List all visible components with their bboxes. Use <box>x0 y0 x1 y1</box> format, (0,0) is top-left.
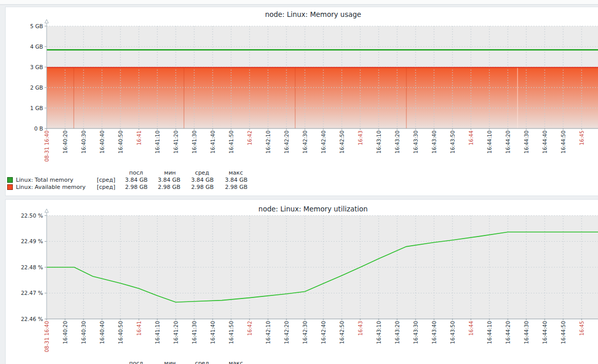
svg-text:16:43:50: 16:43:50 <box>450 131 456 154</box>
legend-row-total-memory: Linux: Total memory [сред] 3.84 GB 3.84 … <box>6 177 293 183</box>
stat-max: 2.98 GB <box>211 184 248 190</box>
svg-text:16:44:40: 16:44:40 <box>542 321 548 344</box>
svg-text:16:42:50: 16:42:50 <box>339 321 345 344</box>
memory-utilization-graph[interactable]: 22.50 %22.49 %22.48 %22.47 %22.46 %08-31… <box>6 200 598 357</box>
svg-text:22.50 %: 22.50 % <box>21 212 43 219</box>
svg-text:16:43:20: 16:43:20 <box>395 321 400 344</box>
svg-text:16:43:30: 16:43:30 <box>413 321 419 344</box>
svg-text:16:42: 16:42 <box>247 321 253 336</box>
svg-text:16:40:30: 16:40:30 <box>81 321 87 344</box>
svg-text:16:41:20: 16:41:20 <box>173 321 179 344</box>
svg-text:16:45: 16:45 <box>579 131 585 145</box>
svg-text:2 GB: 2 GB <box>30 84 43 91</box>
svg-text:16:43:10: 16:43:10 <box>376 321 382 344</box>
svg-text:16:44:30: 16:44:30 <box>524 321 529 344</box>
svg-text:16:43:20: 16:43:20 <box>395 131 400 154</box>
svg-text:16:41: 16:41 <box>136 321 142 336</box>
svg-text:16:41:40: 16:41:40 <box>210 321 216 344</box>
svg-text:16:42:50: 16:42:50 <box>339 131 345 154</box>
stat-min: 2.98 GB <box>143 184 180 190</box>
svg-text:16:42:30: 16:42:30 <box>302 321 308 344</box>
svg-text:16:44:20: 16:44:20 <box>505 321 511 344</box>
svg-text:5 GB: 5 GB <box>30 23 43 29</box>
svg-text:16:43:50: 16:43:50 <box>450 321 456 344</box>
svg-text:16:43: 16:43 <box>358 321 363 336</box>
stat-avg: 2.98 GB <box>177 184 214 190</box>
legend-header-row: посл мин сред макс <box>6 169 293 176</box>
legend-col-avg: сред <box>177 169 214 176</box>
svg-text:16:41:20: 16:41:20 <box>173 131 179 154</box>
svg-text:16:43:40: 16:43:40 <box>431 321 437 344</box>
svg-text:16:41:10: 16:41:10 <box>155 321 160 344</box>
legend-col-last: посл <box>111 169 148 176</box>
svg-text:16:44:10: 16:44:10 <box>487 131 492 154</box>
top-bar <box>0 0 598 5</box>
memory-utilization-panel: node: Linux: Memory utilization 22.50 %2… <box>5 199 598 364</box>
svg-text:22.49 %: 22.49 % <box>21 238 43 244</box>
svg-text:16:43:40: 16:43:40 <box>431 131 437 154</box>
svg-text:1 GB: 1 GB <box>30 105 43 111</box>
svg-text:16:40:50: 16:40:50 <box>118 131 123 154</box>
svg-text:16:44: 16:44 <box>468 131 474 145</box>
svg-text:08-31 16:40: 08-31 16:40 <box>44 131 50 162</box>
series-swatch-total-memory <box>7 177 13 183</box>
svg-text:16:40:50: 16:40:50 <box>118 321 123 344</box>
svg-text:16:44:10: 16:44:10 <box>487 321 492 344</box>
svg-text:0 B: 0 B <box>34 125 43 132</box>
legend-col-max: макс <box>211 169 248 176</box>
svg-text:3 GB: 3 GB <box>30 64 43 70</box>
legend-col-max: макс <box>211 360 248 364</box>
svg-text:16:42: 16:42 <box>247 131 253 145</box>
stat-last: 2.98 GB <box>111 184 148 190</box>
svg-text:16:44:20: 16:44:20 <box>505 131 511 154</box>
svg-text:16:41: 16:41 <box>136 131 142 145</box>
legend-col-min: мин <box>143 360 180 364</box>
svg-text:16:42:30: 16:42:30 <box>302 131 308 154</box>
svg-text:16:44:50: 16:44:50 <box>561 321 566 344</box>
svg-text:16:43:30: 16:43:30 <box>413 131 419 154</box>
series-label: Linux: Total memory <box>16 177 96 183</box>
svg-text:16:40:30: 16:40:30 <box>81 131 87 154</box>
legend-header-row: посл мин сред макс <box>6 360 293 364</box>
memory-usage-graph[interactable]: 5 GB4 GB3 GB2 GB1 GB0 B08-31 16:4016:40:… <box>6 7 598 167</box>
svg-text:16:41:10: 16:41:10 <box>155 131 160 154</box>
stat-avg: 3.84 GB <box>177 177 214 183</box>
svg-text:16:42:10: 16:42:10 <box>265 321 271 344</box>
svg-text:16:40:40: 16:40:40 <box>99 321 105 344</box>
svg-text:16:44:50: 16:44:50 <box>561 131 566 154</box>
svg-text:16:44: 16:44 <box>468 321 474 336</box>
svg-text:16:40:40: 16:40:40 <box>99 131 105 154</box>
svg-text:16:42:40: 16:42:40 <box>321 321 326 344</box>
legend-col-avg: сред <box>177 360 214 364</box>
svg-text:4 GB: 4 GB <box>30 44 43 50</box>
svg-text:16:45: 16:45 <box>579 321 585 336</box>
svg-text:22.46 %: 22.46 % <box>21 316 43 322</box>
svg-text:16:44:30: 16:44:30 <box>524 131 529 154</box>
svg-text:16:41:30: 16:41:30 <box>192 131 197 154</box>
stat-last: 3.84 GB <box>111 177 148 183</box>
svg-text:16:43: 16:43 <box>358 131 363 145</box>
svg-text:16:42:40: 16:42:40 <box>321 131 326 154</box>
stat-max: 3.84 GB <box>211 177 248 183</box>
memory-usage-panel: node: Linux: Memory usage 5 GB4 GB3 GB2 … <box>5 7 598 196</box>
svg-text:16:42:20: 16:42:20 <box>284 131 290 154</box>
legend-col-last: посл <box>111 360 148 364</box>
svg-text:16:42:10: 16:42:10 <box>265 131 271 154</box>
legend-row-available-memory: Linux: Available memory [сред] 2.98 GB 2… <box>6 184 293 190</box>
svg-text:08-31 16:40: 08-31 16:40 <box>44 321 50 352</box>
series-swatch-available-memory <box>7 184 13 190</box>
svg-text:16:41:40: 16:41:40 <box>210 131 216 154</box>
svg-text:16:40:20: 16:40:20 <box>63 321 68 344</box>
series-label: Linux: Available memory <box>16 184 96 190</box>
svg-text:16:41:50: 16:41:50 <box>229 321 234 344</box>
legend-col-min: мин <box>143 169 180 176</box>
svg-text:16:41:50: 16:41:50 <box>229 131 234 154</box>
svg-text:16:43:10: 16:43:10 <box>376 131 382 154</box>
svg-text:16:41:30: 16:41:30 <box>192 321 197 344</box>
svg-text:22.48 %: 22.48 % <box>21 264 43 270</box>
svg-text:16:42:20: 16:42:20 <box>284 321 290 344</box>
svg-text:22.47 %: 22.47 % <box>21 290 43 296</box>
svg-text:16:40:20: 16:40:20 <box>63 131 68 154</box>
stat-min: 3.84 GB <box>143 177 180 183</box>
svg-text:16:44:40: 16:44:40 <box>542 131 548 154</box>
